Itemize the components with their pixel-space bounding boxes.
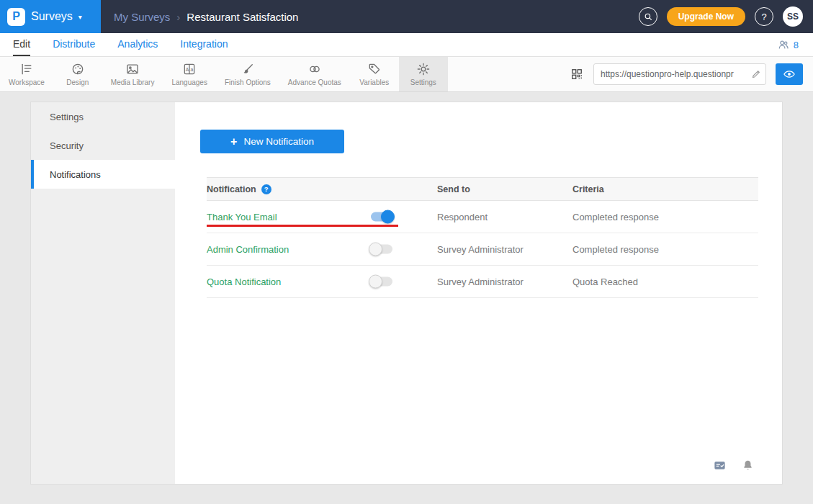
content-area: Settings Security Notifications + New No… — [0, 92, 813, 504]
notifications-panel: + New Notification Notification ? Send t… — [175, 102, 782, 484]
send-to-value: Survey Administrator — [437, 276, 572, 287]
help-button[interactable]: ? — [755, 7, 773, 26]
toolbar-item-variables[interactable]: Variables — [350, 57, 399, 91]
plus-icon: + — [230, 135, 237, 148]
new-notification-label: New Notification — [243, 136, 314, 147]
notification-name-link[interactable]: Admin Confirmation — [207, 244, 289, 255]
preview-eye-icon — [783, 68, 796, 81]
svg-text:A: A — [186, 67, 189, 72]
collaborators-icon — [777, 38, 790, 51]
tab-analytics[interactable]: Analytics — [117, 33, 158, 56]
chevron-down-icon: ▾ — [78, 13, 82, 21]
product-name: Surveys — [31, 10, 73, 23]
settings-sidebar: Settings Security Notifications — [31, 102, 175, 484]
preview-survey-button[interactable] — [776, 63, 803, 85]
criteria-value: Completed response — [572, 212, 758, 222]
tab-integration[interactable]: Integration — [180, 33, 228, 56]
breadcrumb: My Surveys › Restaurant Satisfaction — [114, 11, 298, 23]
topbar: P Surveys ▾ My Surveys › Restaurant Sati… — [0, 0, 813, 33]
edit-pencil-icon — [751, 68, 762, 79]
tab-distribute[interactable]: Distribute — [53, 33, 95, 56]
workspace-icon — [19, 62, 34, 76]
feedback-survey-icon — [713, 459, 727, 472]
settings-card: Settings Security Notifications + New No… — [31, 102, 782, 484]
notifications-bell-button[interactable] — [741, 459, 755, 472]
toolbar-item-settings[interactable]: Settings — [399, 57, 448, 91]
toggle-knob — [369, 243, 382, 256]
send-to-value: Respondent — [437, 212, 572, 222]
toolbar-right — [570, 57, 813, 91]
main-nav: Edit Distribute Analytics Integration 8 — [0, 33, 813, 57]
toolbar-item-design[interactable]: Design — [53, 57, 102, 91]
qr-code-button[interactable] — [570, 67, 584, 81]
table-row-admin-confirmation: Admin Confirmation Survey Administrator … — [207, 233, 758, 266]
breadcrumb-survey-name: Restaurant Satisfaction — [187, 11, 298, 23]
questionpro-logo: P — [7, 8, 25, 26]
notification-toggle[interactable] — [371, 245, 392, 254]
sidebar-item-settings[interactable]: Settings — [31, 102, 175, 131]
survey-toolbar: Workspace Design Media Library Aa Langua… — [0, 57, 813, 92]
toolbar-item-languages[interactable]: Aa Languages — [163, 57, 216, 91]
feedback-survey-button[interactable] — [713, 459, 727, 472]
app-window: P Surveys ▾ My Surveys › Restaurant Sati… — [0, 0, 813, 504]
notifications-table: Notification ? Send to Criteria Thank Yo… — [207, 177, 758, 298]
criteria-value: Completed response — [572, 244, 758, 255]
survey-url-box — [593, 63, 766, 85]
finish-options-brush-icon — [241, 62, 255, 76]
sidebar-item-security[interactable]: Security — [31, 131, 175, 160]
help-question-icon[interactable]: ? — [261, 184, 271, 194]
header-notification: Notification ? — [207, 184, 437, 194]
toggle-knob — [381, 210, 395, 224]
survey-url-input[interactable] — [593, 63, 766, 85]
notification-toggle[interactable] — [371, 212, 392, 222]
notification-toggle[interactable] — [371, 277, 392, 287]
svg-text:a: a — [191, 67, 194, 72]
annotation-red-underline — [207, 225, 398, 227]
toolbar-item-media-library[interactable]: Media Library — [102, 57, 163, 91]
new-notification-button[interactable]: + New Notification — [200, 130, 344, 153]
user-avatar[interactable]: SS — [783, 6, 803, 27]
notification-name-link[interactable]: Quota Notification — [207, 276, 281, 287]
bell-icon — [741, 459, 755, 472]
media-library-icon — [125, 62, 140, 76]
toolbar-item-workspace[interactable]: Workspace — [0, 57, 53, 91]
variables-tag-icon — [367, 62, 382, 76]
table-row-thank-you-email: Thank You Email Respondent Completed res… — [207, 201, 758, 233]
table-header-row: Notification ? Send to Criteria — [207, 177, 758, 201]
toolbar-item-finish-options[interactable]: Finish Options — [216, 57, 279, 91]
settings-gear-icon — [416, 62, 431, 76]
search-icon — [643, 12, 653, 22]
criteria-value: Quota Reached — [572, 276, 758, 287]
breadcrumb-my-surveys[interactable]: My Surveys — [114, 11, 170, 23]
qr-code-icon — [570, 67, 584, 81]
upgrade-now-button[interactable]: Upgrade Now — [667, 7, 745, 26]
advance-quotas-icon — [307, 62, 322, 76]
product-switcher[interactable]: P Surveys ▾ — [0, 0, 101, 33]
search-button[interactable] — [639, 7, 657, 26]
tab-edit[interactable]: Edit — [13, 33, 30, 56]
collaborators-button[interactable]: 8 — [777, 33, 799, 56]
send-to-value: Survey Administrator — [437, 244, 572, 255]
header-send-to: Send to — [437, 184, 572, 194]
edit-url-button[interactable] — [751, 68, 762, 79]
header-criteria: Criteria — [572, 184, 758, 194]
toggle-knob — [369, 275, 382, 289]
design-palette-icon — [71, 62, 85, 76]
notification-name-link[interactable]: Thank You Email — [207, 212, 277, 222]
topbar-actions: Upgrade Now ? SS — [639, 6, 813, 27]
breadcrumb-separator: › — [176, 11, 180, 23]
sidebar-item-notifications[interactable]: Notifications — [31, 160, 175, 189]
languages-icon: Aa — [182, 62, 197, 76]
toolbar-item-advance-quotas[interactable]: Advance Quotas — [279, 57, 350, 91]
collaborators-count: 8 — [794, 40, 799, 50]
panel-footer-icons — [713, 459, 755, 472]
table-row-quota-notification: Quota Notification Survey Administrator … — [207, 266, 758, 298]
